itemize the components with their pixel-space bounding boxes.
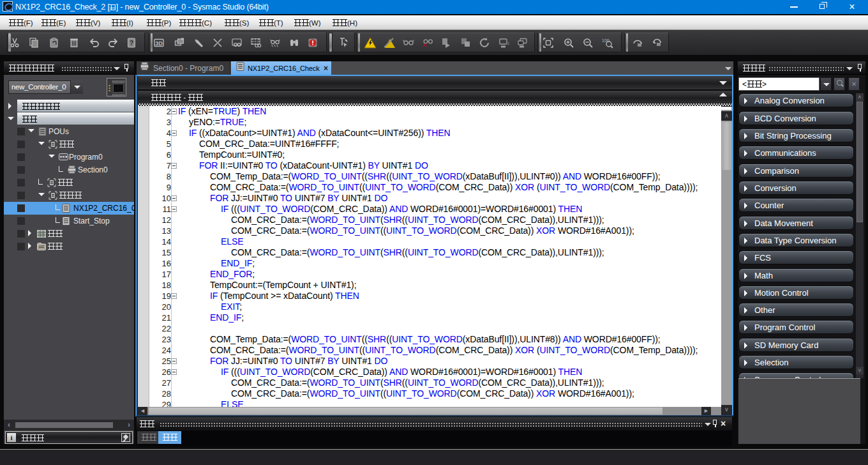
svg-text:3D: 3D bbox=[155, 40, 163, 47]
svg-text:?: ? bbox=[130, 40, 133, 47]
svg-text:100: 100 bbox=[602, 38, 610, 43]
svg-text:1: 1 bbox=[507, 42, 509, 45]
